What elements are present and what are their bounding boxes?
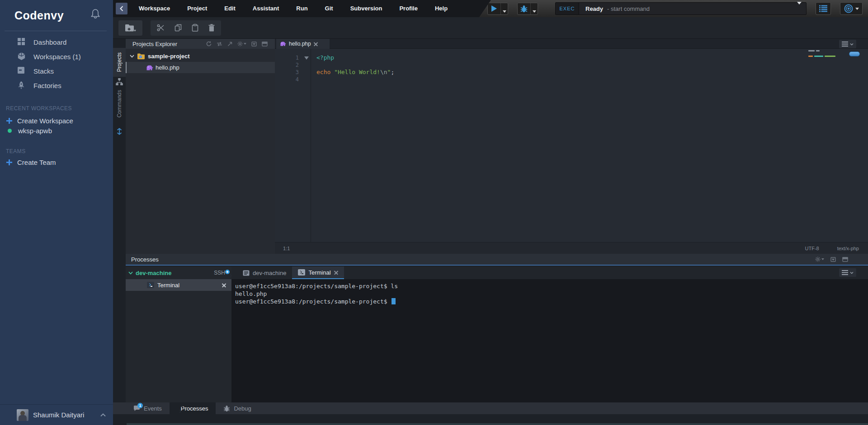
terminal-output[interactable]: user@ef1cc5e913a8:/projects/sample-proje… xyxy=(231,279,868,402)
vertical-tab-commands[interactable]: Commands xyxy=(113,88,126,120)
menu-assistant[interactable]: Assistant xyxy=(244,0,288,17)
user-account-menu[interactable]: Shaumik Daityari xyxy=(0,404,113,425)
run-play-button[interactable] xyxy=(488,3,501,14)
menu-run[interactable]: Run xyxy=(288,0,316,17)
menu-help[interactable]: Help xyxy=(426,0,456,17)
vertical-tab-projects[interactable]: Projects xyxy=(113,48,126,77)
collapse-all-icon[interactable] xyxy=(227,42,232,47)
settings-gear-icon[interactable] xyxy=(237,41,246,47)
create-team-link[interactable]: Create Team xyxy=(6,157,56,168)
copy-icon[interactable] xyxy=(175,24,182,32)
new-project-button[interactable] xyxy=(118,20,142,36)
project-folder-icon xyxy=(137,53,145,60)
collapse-sidebar-button[interactable] xyxy=(116,3,127,14)
projects-explorer-header: Projects Explorer xyxy=(126,39,275,49)
debug-button-group xyxy=(517,3,538,15)
code-line-3: echo "Hello World!\n"; xyxy=(316,69,818,76)
menu-edit[interactable]: Edit xyxy=(216,0,244,17)
delete-trash-icon[interactable] xyxy=(208,24,215,32)
maximize-panel-icon[interactable] xyxy=(842,257,848,262)
menu-profile[interactable]: Profile xyxy=(391,0,426,17)
cut-scissors-icon[interactable] xyxy=(157,24,165,32)
create-team-label: Create Team xyxy=(17,159,56,166)
stacks-icon xyxy=(17,66,26,75)
link-with-editor-icon[interactable] xyxy=(217,42,222,47)
bottom-tab-bar: 1 Events Processes Debug xyxy=(113,402,868,414)
run-dropdown-caret[interactable] xyxy=(501,3,508,14)
create-workspace-link[interactable]: Create Workspace xyxy=(6,115,73,126)
close-tab-icon[interactable] xyxy=(334,271,338,275)
bottom-strip xyxy=(113,414,868,425)
refresh-icon[interactable] xyxy=(206,41,212,47)
minimize-panel-icon[interactable] xyxy=(251,42,257,47)
processes-list-button[interactable] xyxy=(816,2,831,15)
close-tab-icon[interactable] xyxy=(314,42,318,46)
terminal-label: Terminal xyxy=(157,282,179,289)
processes-tabs-menu-button[interactable] xyxy=(839,268,856,277)
chevron-down-icon[interactable] xyxy=(128,271,133,275)
debug-bug-button[interactable] xyxy=(518,3,531,14)
editor-tab-hello-php[interactable]: hello.php xyxy=(276,39,330,49)
panel-title: Processes xyxy=(131,256,159,263)
chevron-down-icon[interactable] xyxy=(130,55,134,58)
projects-explorer-panel: Projects Explorer xyxy=(126,39,275,254)
editor-panel: hello.php 1 2 3 4 <?php echo "Hello Worl… xyxy=(275,39,868,254)
sidebar-item-workspaces[interactable]: Workspaces (1) xyxy=(0,49,113,64)
notifications-bell-icon[interactable] xyxy=(90,8,102,20)
sidebar-item-label: Dashboard xyxy=(33,38,66,46)
workspace-link-wksp-apwb[interactable]: wksp-apwb xyxy=(6,125,52,136)
settings-gear-icon[interactable] xyxy=(815,257,824,262)
sidebar-item-label: Factories xyxy=(33,82,61,89)
menu-workspace[interactable]: Workspace xyxy=(130,0,179,17)
factories-rocket-icon xyxy=(17,81,26,90)
close-terminal-icon[interactable] xyxy=(222,283,226,287)
paste-clipboard-icon[interactable] xyxy=(192,24,198,32)
tab-label: Events xyxy=(144,405,162,412)
chevron-up-icon xyxy=(100,413,106,417)
minimize-panel-icon[interactable] xyxy=(830,257,836,262)
tab-terminal[interactable]: Terminal xyxy=(292,266,344,279)
tree-node-hello-php[interactable]: hello.php xyxy=(126,62,275,73)
process-tree-icon[interactable] xyxy=(115,78,123,85)
menu-project[interactable]: Project xyxy=(179,0,216,17)
vertical-tab-label: Commands xyxy=(116,90,123,117)
bottom-tab-events[interactable]: 1 Events xyxy=(126,402,170,414)
events-count-badge: 1 xyxy=(137,403,143,408)
editor-gutter: 1 2 3 4 xyxy=(275,49,311,242)
debug-dropdown-caret[interactable] xyxy=(531,3,538,14)
maximize-panel-icon[interactable] xyxy=(262,42,268,47)
fold-arrow-icon[interactable] xyxy=(304,56,309,60)
command-selector[interactable]: EXEC Ready - start command xyxy=(555,2,807,15)
editor-scrollbar-thumb[interactable] xyxy=(849,51,860,56)
target-scope-button[interactable] xyxy=(840,2,863,15)
machine-node-dev-machine[interactable]: dev-machine SSH xyxy=(126,266,231,279)
machine-output-icon xyxy=(243,270,250,276)
sidebar-item-dashboard[interactable]: Dashboard xyxy=(0,35,113,49)
project-name-label: sample-project xyxy=(148,53,189,60)
menu-subversion[interactable]: Subversion xyxy=(342,0,391,17)
bottom-tab-processes[interactable]: Processes xyxy=(170,402,216,414)
processes-main: dev-machine Terminal use xyxy=(231,266,868,402)
create-workspace-label: Create Workspace xyxy=(17,117,73,125)
plus-icon xyxy=(6,117,13,124)
tree-node-sample-project[interactable]: sample-project xyxy=(126,51,275,62)
terminal-icon xyxy=(147,282,154,288)
sidebar: Codenvy Dashboard xyxy=(0,0,113,425)
terminal-tree-item[interactable]: Terminal xyxy=(126,279,231,291)
editor-tabs-menu-button[interactable] xyxy=(839,40,856,48)
sidebar-item-stacks[interactable]: Stacks xyxy=(0,64,113,78)
codenvy-ide: Codenvy Dashboard xyxy=(0,0,868,425)
line-number: 4 xyxy=(296,76,299,83)
workspaces-cube-icon xyxy=(17,52,26,61)
bottom-tab-debug[interactable]: Debug xyxy=(216,402,259,414)
sidebar-item-label: Stacks xyxy=(33,67,54,75)
file-mime-type: text/x-php xyxy=(837,246,859,251)
commands-icon[interactable] xyxy=(115,128,123,135)
menu-git[interactable]: Git xyxy=(316,0,342,17)
tab-dev-machine[interactable]: dev-machine xyxy=(237,266,292,279)
processes-tab-bar: dev-machine Terminal xyxy=(231,266,868,279)
recent-workspaces-header: RECENT WORKSPACES xyxy=(6,105,72,112)
tab-label: Terminal xyxy=(308,269,330,276)
code-editor[interactable]: 1 2 3 4 <?php echo "Hello World!\n"; xyxy=(275,49,868,242)
sidebar-item-factories[interactable]: Factories xyxy=(0,78,113,93)
